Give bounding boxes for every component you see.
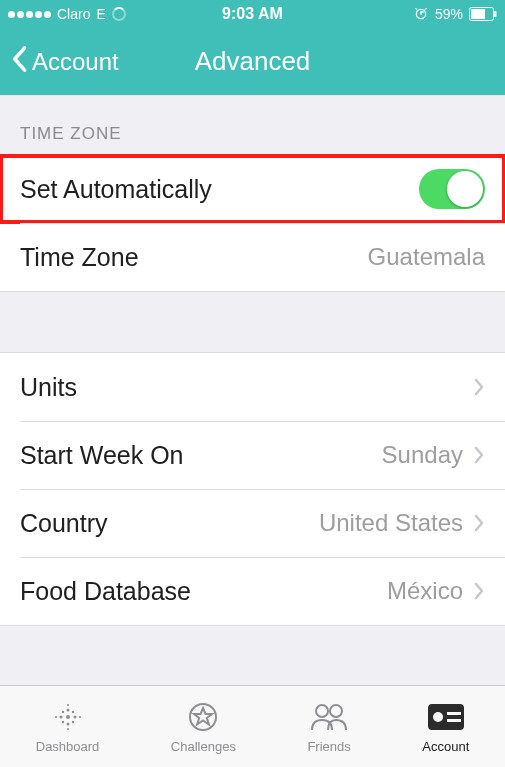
friends-icon (309, 699, 349, 735)
country-label: Country (20, 509, 108, 538)
back-label: Account (32, 48, 119, 76)
time-zone-label: Time Zone (20, 243, 139, 272)
svg-point-17 (316, 705, 328, 717)
alarm-icon (413, 6, 429, 22)
svg-rect-2 (494, 11, 497, 17)
time-zone-row[interactable]: Time Zone Guatemala (0, 223, 505, 291)
tab-dashboard[interactable]: Dashboard (36, 699, 100, 754)
svg-point-3 (66, 715, 70, 719)
start-week-row[interactable]: Start Week On Sunday (0, 421, 505, 489)
start-week-label: Start Week On (20, 441, 184, 470)
svg-point-20 (433, 712, 443, 722)
svg-point-15 (79, 716, 81, 718)
back-button[interactable]: Account (0, 45, 119, 79)
section-header-timezone: TIME ZONE (0, 96, 505, 154)
svg-rect-1 (471, 9, 485, 19)
tab-account-label: Account (422, 739, 469, 754)
start-week-value: Sunday (382, 441, 463, 469)
tab-friends[interactable]: Friends (307, 699, 350, 754)
timezone-list: Set Automatically Time Zone Guatemala (0, 154, 505, 292)
svg-point-8 (61, 711, 63, 713)
chevron-right-icon (473, 513, 485, 533)
dashboard-icon (51, 699, 85, 735)
carrier-label: Claro (57, 6, 90, 22)
food-database-row[interactable]: Food Database México (0, 557, 505, 625)
battery-icon (469, 7, 497, 21)
status-bar: Claro E 9:03 AM 59% (0, 0, 505, 28)
nav-bar: Account Advanced (0, 28, 505, 96)
tab-friends-label: Friends (307, 739, 350, 754)
section-spacer (0, 292, 505, 352)
network-type-label: E (96, 6, 105, 22)
svg-point-11 (71, 721, 73, 723)
tab-dashboard-label: Dashboard (36, 739, 100, 754)
battery-percentage: 59% (435, 6, 463, 22)
svg-point-9 (71, 711, 73, 713)
chevron-right-icon (473, 581, 485, 601)
svg-point-7 (73, 716, 76, 719)
status-right: 59% (413, 6, 497, 22)
svg-point-6 (59, 716, 62, 719)
country-value: United States (319, 509, 463, 537)
country-row[interactable]: Country United States (0, 489, 505, 557)
svg-rect-22 (447, 719, 461, 722)
status-left: Claro E (8, 6, 126, 22)
units-row[interactable]: Units (0, 353, 505, 421)
svg-rect-21 (447, 712, 461, 715)
chevron-left-icon (10, 45, 28, 79)
set-automatically-toggle[interactable] (419, 169, 485, 209)
svg-point-12 (67, 704, 69, 706)
loading-spinner-icon (112, 7, 126, 21)
tab-account[interactable]: Account (422, 699, 469, 754)
tab-challenges-label: Challenges (171, 739, 236, 754)
chevron-right-icon (473, 445, 485, 465)
tab-bar: Dashboard Challenges Friends (0, 685, 505, 767)
account-icon (426, 699, 466, 735)
time-zone-value: Guatemala (368, 243, 485, 271)
svg-point-4 (66, 709, 69, 712)
content: TIME ZONE Set Automatically Time Zone Gu… (0, 96, 505, 685)
units-label: Units (20, 373, 77, 402)
challenges-icon (186, 699, 220, 735)
svg-point-5 (66, 723, 69, 726)
food-database-label: Food Database (20, 577, 191, 606)
set-automatically-label: Set Automatically (20, 175, 212, 204)
food-database-value: México (387, 577, 463, 605)
chevron-right-icon (473, 377, 485, 397)
svg-point-10 (61, 721, 63, 723)
status-time: 9:03 AM (222, 5, 283, 23)
svg-point-18 (330, 705, 342, 717)
tab-challenges[interactable]: Challenges (171, 699, 236, 754)
svg-point-13 (67, 728, 69, 730)
set-automatically-row[interactable]: Set Automatically (0, 155, 505, 223)
page-title: Advanced (195, 46, 311, 77)
general-list: Units Start Week On Sunday Country Unite… (0, 352, 505, 626)
screen: Claro E 9:03 AM 59% Account Advanced TIM… (0, 0, 505, 767)
signal-strength-icon (8, 11, 51, 18)
svg-point-14 (55, 716, 57, 718)
